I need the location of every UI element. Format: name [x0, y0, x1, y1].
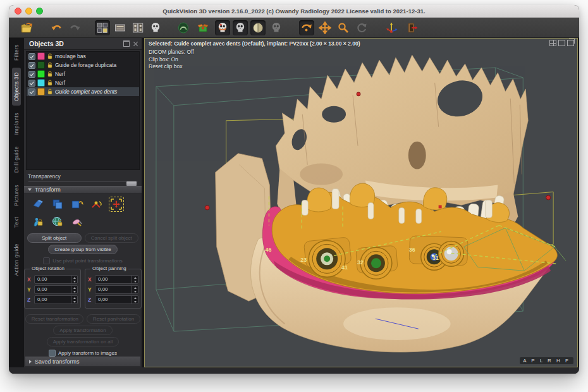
- transform-rotate-tool-button[interactable]: [89, 197, 104, 212]
- visibility-checkbox[interactable]: [28, 80, 35, 87]
- restore-view-icon[interactable]: [567, 40, 574, 46]
- tab-action-guide[interactable]: Action guide: [12, 239, 21, 281]
- close-window-button[interactable]: [15, 8, 21, 15]
- visibility-checkbox[interactable]: [28, 71, 35, 78]
- panning-z-input[interactable]: 0,00: [95, 295, 138, 304]
- object-row[interactable]: Guide complet avec dents: [27, 87, 139, 96]
- object-row[interactable]: Guide de forage duplicata: [27, 61, 139, 70]
- tab-objects-3d[interactable]: Objects 3D: [12, 68, 21, 106]
- reset-clip-box-action[interactable]: Reset clip box: [149, 63, 360, 70]
- toolbar-button-rotate-tool[interactable]: [299, 20, 314, 35]
- toolbar-button-layout-dual[interactable]: [130, 20, 145, 35]
- transform-boundingbox-tool-button[interactable]: [109, 197, 124, 212]
- viewport-3d: Selected: Guide complet avec dents (Defa…: [144, 38, 578, 367]
- spinner-arrows[interactable]: [132, 296, 138, 303]
- toolbar-button-reset-rotation[interactable]: [354, 20, 369, 35]
- toolbar-button-open-project[interactable]: [19, 20, 34, 35]
- lock-open-icon[interactable]: [47, 89, 53, 95]
- lock-open-icon[interactable]: [47, 53, 53, 59]
- lock-open-icon[interactable]: [47, 62, 53, 68]
- color-swatch[interactable]: [37, 52, 45, 60]
- panning-x-input[interactable]: 0,00: [95, 275, 138, 284]
- panning-y-input[interactable]: 0,00: [95, 285, 138, 294]
- visibility-checkbox[interactable]: [28, 53, 35, 60]
- toolbar-button-open-box[interactable]: [195, 20, 211, 35]
- pan-tool-icon: [319, 21, 331, 34]
- toolbar-button-arch-view[interactable]: [176, 20, 191, 35]
- grid-layout-icon[interactable]: [549, 40, 556, 46]
- toolbar-button-zoom-tool[interactable]: [336, 20, 351, 35]
- toolbar-button-exit-app[interactable]: [405, 20, 420, 35]
- undock-panel-icon[interactable]: [123, 40, 130, 47]
- open-box-icon: [197, 22, 209, 34]
- spinner-arrows[interactable]: [71, 296, 77, 303]
- visibility-checkbox[interactable]: [28, 62, 35, 69]
- object-row[interactable]: moulage bas: [27, 52, 139, 61]
- move-object-icon: [31, 197, 45, 211]
- transform-copy-tool-button[interactable]: [50, 197, 65, 212]
- apply-transformation-button[interactable]: Apply transformation: [53, 326, 112, 335]
- spinner-arrows[interactable]: [71, 286, 77, 293]
- apply-transformation-all-button[interactable]: Apply transformation on all: [47, 337, 119, 346]
- rotate-object-icon: [90, 197, 104, 211]
- maximize-view-icon[interactable]: [558, 40, 565, 46]
- object-row[interactable]: Nerf: [27, 78, 139, 87]
- visibility-checkbox[interactable]: [28, 89, 35, 95]
- rotation-x-input[interactable]: 0,00: [34, 275, 78, 284]
- toolbar-button-undo[interactable]: [49, 20, 64, 35]
- toolbar-button-transform-axes[interactable]: [384, 20, 400, 35]
- tab-implants[interactable]: Implants: [12, 108, 21, 139]
- toolbar-button-layout-quad[interactable]: [95, 20, 110, 35]
- tab-filters[interactable]: Filters: [12, 40, 21, 65]
- color-swatch[interactable]: [37, 88, 45, 95]
- transparency-slider[interactable]: [28, 181, 138, 182]
- tab-text[interactable]: Text: [12, 212, 21, 232]
- use-pivot-checkbox[interactable]: [43, 257, 50, 264]
- scene-3d-canvas[interactable]: 46 23 41 32 36 31: [145, 39, 577, 367]
- open-project-icon: [20, 21, 33, 34]
- minimize-window-button[interactable]: [25, 8, 32, 15]
- spinner-arrows[interactable]: [132, 286, 138, 293]
- saved-transforms-header[interactable]: Saved transforms: [25, 357, 140, 366]
- transform-section-header[interactable]: Transform: [24, 186, 142, 193]
- lock-open-icon[interactable]: [47, 71, 53, 77]
- reset-pan-rotation-button[interactable]: Reset pan/rotation: [87, 314, 140, 324]
- object-row[interactable]: Nerf: [27, 70, 139, 78]
- color-swatch[interactable]: [37, 70, 45, 78]
- toolbar-button-layout-single[interactable]: [113, 20, 128, 35]
- toolbar-button-skull-render[interactable]: [215, 20, 230, 35]
- cancel-split-object-button[interactable]: Cancel split object: [85, 233, 139, 243]
- zoom-window-button[interactable]: [36, 8, 43, 15]
- toolbar-button-redo[interactable]: [67, 20, 82, 35]
- tab-drill-guide[interactable]: Drill guide: [12, 142, 21, 177]
- lock-object-button[interactable]: [30, 214, 46, 230]
- reset-transformation-button[interactable]: Reset transformation: [25, 314, 83, 324]
- use-pivot-checkline: Use pivot point transformations: [24, 257, 142, 264]
- rotation-y-input[interactable]: 0,00: [34, 285, 78, 294]
- color-swatch[interactable]: [37, 79, 45, 87]
- object-label: moulage bas: [55, 53, 86, 59]
- color-swatch[interactable]: [37, 61, 45, 69]
- spinner-arrows[interactable]: [71, 276, 77, 283]
- transform-tools-row: [24, 193, 142, 214]
- deform-tool-button[interactable]: [70, 214, 85, 230]
- close-panel-icon[interactable]: [133, 41, 138, 47]
- split-object-button[interactable]: Split object: [27, 233, 82, 243]
- toolbar-button-clip-sphere[interactable]: [250, 20, 266, 35]
- create-group-button[interactable]: Create group from visible: [48, 245, 117, 254]
- transform-mirror-tool-button[interactable]: [70, 197, 85, 212]
- lock-open-icon[interactable]: [47, 80, 53, 86]
- lock-all-button[interactable]: [50, 214, 65, 230]
- transform-move-tool-button[interactable]: [30, 197, 46, 212]
- saved-transforms-title: Saved transforms: [35, 358, 80, 365]
- toolbar-button-skull-ghost[interactable]: [269, 20, 284, 35]
- apply-to-images-checkbox[interactable]: [49, 350, 56, 357]
- toolbar-button-skull-bone[interactable]: [233, 20, 248, 35]
- spinner-arrows[interactable]: [132, 276, 138, 283]
- toolbar-button-pan-tool[interactable]: [317, 20, 333, 35]
- toolbar-button-view-3d-skull[interactable]: [148, 20, 163, 35]
- object-rotation-title: Object rotation: [30, 266, 66, 271]
- rotation-z-input[interactable]: 0,00: [34, 295, 78, 304]
- tab-pictures[interactable]: Pictures: [12, 180, 21, 211]
- transparency-slider-handle[interactable]: [126, 181, 137, 186]
